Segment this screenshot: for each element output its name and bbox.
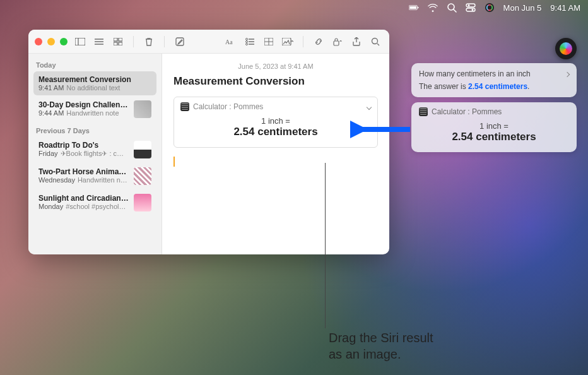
- calculator-icon: [419, 107, 428, 116]
- svg-line-4: [454, 9, 456, 12]
- svg-point-6: [467, 4, 469, 6]
- calculator-card[interactable]: Calculator : Pommes 1 inch = 2.54 centim…: [173, 97, 378, 148]
- note-date: June 5, 2023 at 9:41 AM: [173, 62, 378, 70]
- siri-answer-bubble[interactable]: How many centimeters in an inch The answ…: [411, 63, 577, 97]
- note-thumbnail: [134, 100, 151, 118]
- delete-button[interactable]: [141, 34, 156, 49]
- calc-line1: 1 inch =: [180, 116, 371, 126]
- search-button[interactable]: [368, 34, 383, 49]
- note-title: Sunlight and Circadian…: [38, 194, 129, 203]
- note-thumbnail: [134, 141, 151, 158]
- note-item[interactable]: Two-Part Horse Anima… WednesdayHandwritt…: [33, 164, 156, 189]
- svg-rect-17: [119, 38, 122, 41]
- gallery-view-button[interactable]: [110, 34, 126, 49]
- siri-question: How many centimeters in an inch: [419, 69, 531, 78]
- spotlight-icon[interactable]: [447, 3, 457, 13]
- window-titlebar: Aa: [28, 30, 389, 54]
- new-note-button[interactable]: [172, 34, 187, 49]
- note-item[interactable]: Roadtrip To Do's Friday✈︎Book flights✈︎ …: [33, 137, 156, 162]
- siri-results-panel: How many centimeters in an inch The answ…: [411, 63, 577, 152]
- svg-rect-2: [418, 7, 418, 9]
- note-thumbnail: [134, 194, 151, 211]
- annotation-arrow: [350, 120, 413, 139]
- calc-line2: 2.54 centimeters: [419, 131, 569, 143]
- svg-rect-11: [75, 38, 85, 45]
- calc-line1: 1 inch =: [419, 121, 569, 131]
- siri-answer-highlight: 2.54 centimeters: [468, 82, 527, 91]
- section-header: Today: [33, 57, 156, 71]
- svg-rect-7: [466, 8, 475, 11]
- link-button[interactable]: [311, 34, 326, 49]
- text-cursor: [173, 157, 175, 167]
- note-heading: Measurement Conversion: [173, 75, 378, 88]
- svg-rect-16: [114, 38, 117, 41]
- caption-text: Drag the Siri result as an image.: [329, 330, 433, 362]
- section-header: Previous 7 Days: [33, 123, 156, 137]
- caption-leader-line: [325, 163, 326, 328]
- maximize-button[interactable]: [60, 38, 68, 45]
- format-button[interactable]: Aa: [223, 34, 238, 49]
- note-title: 30-Day Design Challen…: [38, 100, 129, 109]
- notes-sidebar: Today Measurement Conversion 9:41 AMNo a…: [28, 54, 162, 254]
- note-title: Measurement Conversion: [38, 75, 151, 84]
- table-button[interactable]: [261, 34, 276, 49]
- chevron-down-icon[interactable]: [367, 102, 371, 111]
- minimize-button[interactable]: [47, 38, 55, 45]
- traffic-lights: [35, 38, 68, 45]
- note-editor[interactable]: June 5, 2023 at 9:41 AM Measurement Conv…: [162, 54, 389, 254]
- control-center-icon[interactable]: [466, 3, 476, 13]
- svg-rect-5: [466, 4, 475, 7]
- lock-button[interactable]: [330, 34, 345, 49]
- wifi-icon[interactable]: [428, 3, 438, 13]
- notes-window: Aa Today Measurement Conversion 9:41 AMN…: [28, 30, 389, 254]
- list-view-button[interactable]: [91, 34, 107, 49]
- siri-calculator-card[interactable]: Calculator : Pommes 1 inch = 2.54 centim…: [411, 102, 577, 152]
- note-title: Roadtrip To Do's: [38, 141, 129, 150]
- svg-text:Aa: Aa: [225, 39, 233, 45]
- note-thumbnail: [134, 167, 151, 185]
- menubar-time[interactable]: 9:41 AM: [550, 3, 580, 13]
- checklist-button[interactable]: [242, 34, 257, 49]
- svg-point-33: [372, 38, 378, 44]
- svg-rect-18: [114, 42, 117, 45]
- svg-point-22: [246, 38, 248, 40]
- svg-rect-31: [282, 38, 291, 45]
- note-item[interactable]: Sunlight and Circadian… Monday#school #p…: [33, 190, 156, 215]
- note-title: Two-Part Horse Anima…: [38, 167, 129, 176]
- note-item[interactable]: 30-Day Design Challen… 9:44 AMHandwritte…: [33, 97, 156, 122]
- menubar-date[interactable]: Mon Jun 5: [503, 3, 542, 13]
- svg-rect-32: [334, 41, 339, 45]
- svg-rect-1: [409, 6, 416, 9]
- note-item[interactable]: Measurement Conversion 9:41 AMNo additio…: [33, 71, 156, 95]
- calc-line2: 2.54 centimeters: [180, 126, 371, 138]
- sidebar-toggle-button[interactable]: [73, 34, 88, 49]
- siri-menubar-icon[interactable]: [485, 3, 495, 13]
- battery-icon[interactable]: [409, 3, 419, 13]
- chevron-right-icon: [565, 69, 569, 78]
- share-button[interactable]: [349, 34, 364, 49]
- svg-line-34: [377, 44, 379, 45]
- menu-bar: Mon Jun 5 9:41 AM: [0, 0, 588, 15]
- svg-point-24: [246, 40, 248, 42]
- calculator-icon: [180, 102, 189, 111]
- siri-orb[interactable]: [555, 38, 577, 59]
- svg-point-26: [246, 43, 248, 45]
- calc-source: Calculator : Pommes: [193, 102, 263, 111]
- close-button[interactable]: [35, 38, 42, 45]
- calc-source: Calculator : Pommes: [432, 107, 502, 116]
- svg-point-8: [471, 9, 473, 11]
- media-button[interactable]: [280, 34, 295, 49]
- svg-rect-19: [119, 42, 122, 45]
